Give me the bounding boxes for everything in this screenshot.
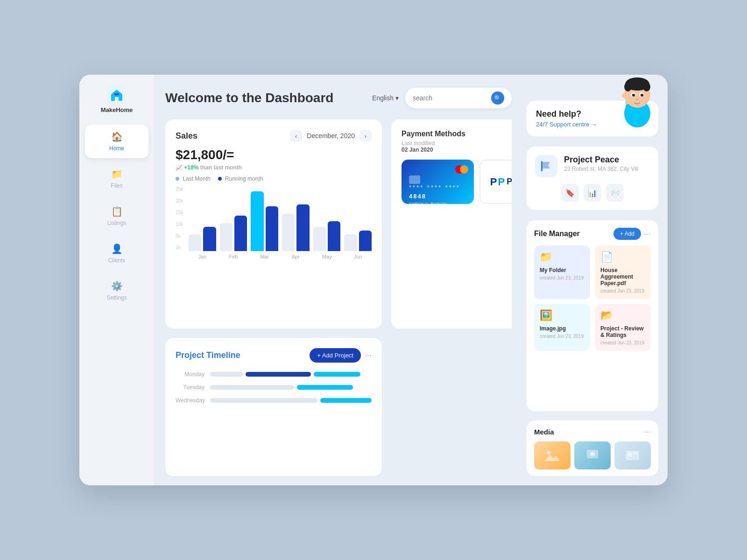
settings-icon: ⚙️ xyxy=(111,280,123,292)
tl-bars-monday xyxy=(210,372,372,377)
folder-icon: 📁 xyxy=(540,251,585,263)
fm-item-date: created Jun 23, 2019 xyxy=(600,340,645,345)
sidebar-item-settings[interactable]: ⚙️ Settings xyxy=(85,274,148,308)
bar-apr-last xyxy=(282,214,295,251)
sidebar-item-home[interactable]: 🏠 Home xyxy=(85,125,148,158)
fm-item-date: created Jun 23, 2019 xyxy=(540,334,585,339)
change-percent: +18% xyxy=(184,164,198,171)
label-mar: Mar xyxy=(251,254,278,259)
media-section: Media ··· xyxy=(527,420,658,476)
svg-point-11 xyxy=(636,98,639,100)
bar-chart: Jan Feb Mar Apr May Jun xyxy=(189,186,372,259)
tl-bars-wednesday xyxy=(210,398,372,403)
label-jan: Jan xyxy=(189,254,216,259)
timeline-row-tuesday: Tuesday xyxy=(176,384,372,391)
bar-group-feb xyxy=(220,216,247,251)
next-month-button[interactable]: › xyxy=(359,130,372,142)
payment-methods-row: **** **** **** 4848 SHEKH AL RAIHAN P P … xyxy=(402,160,512,204)
day-label-tuesday: Tuesday xyxy=(176,384,204,391)
sidebar-item-label: Files xyxy=(111,182,122,189)
current-date: December, 2020 xyxy=(307,132,355,140)
card-name: SHEKH AL RAIHAN xyxy=(409,202,466,206)
project-bookmark-button[interactable]: 🔖 xyxy=(561,184,579,202)
home-icon: 🏠 xyxy=(111,131,123,142)
paypal-card[interactable]: P P PayPal xyxy=(479,160,512,204)
timeline-header: Project Timeline + Add Project ··· xyxy=(176,348,372,363)
page-title: Welcome to the Dashboard xyxy=(165,91,372,105)
label-apr: Apr xyxy=(282,254,310,259)
payment-title: Payment Methods xyxy=(402,130,512,138)
bar-mar-last xyxy=(251,191,263,251)
prev-month-button[interactable]: ‹ xyxy=(290,130,302,142)
card-dots: **** **** **** xyxy=(409,184,466,191)
logo-text: MakeHome xyxy=(101,106,133,113)
svg-point-6 xyxy=(622,93,627,98)
bar-jun-last xyxy=(344,234,357,251)
payment-modified: Last modified 02 Jan 2020 xyxy=(402,140,512,153)
help-section: Need help? 24/7 Support centre → xyxy=(527,88,658,142)
credit-card[interactable]: **** **** **** 4848 SHEKH AL RAIHAN xyxy=(402,160,474,204)
timeline-title: Project Timeline xyxy=(176,350,240,360)
card-chip xyxy=(409,175,466,184)
bar-wednesday-gray xyxy=(210,398,317,403)
media-thumb-2[interactable] xyxy=(574,441,611,469)
fm-add-button[interactable]: + Add xyxy=(613,228,641,240)
project-share-button[interactable]: 📨 xyxy=(606,184,624,202)
bar-group-jan xyxy=(189,227,216,251)
search-input[interactable] xyxy=(413,94,487,102)
fm-item-folder[interactable]: 📁 My Folder created Jun 23, 2019 xyxy=(534,245,590,299)
bar-group-may xyxy=(313,221,341,251)
fm-item-review[interactable]: 📂 Project - Review & Ratings created Jun… xyxy=(595,304,651,351)
main-content: Welcome to the Dashboard English ▾ 🔍 Sal… xyxy=(154,75,523,485)
media-more-button[interactable]: ··· xyxy=(644,427,651,437)
card-number: 4848 xyxy=(409,193,466,200)
label-may: May xyxy=(313,254,341,259)
sidebar-item-clients[interactable]: 👤 Clients xyxy=(85,237,148,270)
timeline-more-button[interactable]: ··· xyxy=(365,350,372,360)
timeline-row-monday: Monday xyxy=(176,371,372,378)
image-icon: 🖼️ xyxy=(540,309,585,322)
project-peace-card: Project Peace 23 Robert st. MA 382. City… xyxy=(527,147,658,210)
bar-wednesday-cyan xyxy=(320,398,372,403)
sidebar-item-label: Listings xyxy=(107,220,127,226)
search-box: 🔍 xyxy=(405,88,512,108)
review-icon: 📂 xyxy=(600,309,645,322)
sales-change: 📈 +18% than last month xyxy=(176,164,372,171)
chart-labels: Jan Feb Mar Apr May Jun xyxy=(189,254,372,259)
project-actions: 🔖 📊 📨 xyxy=(535,184,650,202)
fm-item-image[interactable]: 🖼️ Image.jpg created Jun 23, 2019 xyxy=(534,304,590,351)
sidebar-item-files[interactable]: 📁 Files xyxy=(85,162,148,196)
add-project-button[interactable]: + Add Project xyxy=(310,348,361,363)
project-card-inner: Project Peace 23 Robert st. MA 382. City… xyxy=(535,155,650,177)
fm-item-name: Project - Review & Ratings xyxy=(600,325,645,338)
timeline-rows: Monday Tuesday xyxy=(176,371,372,404)
help-link[interactable]: 24/7 Support centre → xyxy=(536,121,649,128)
help-title: Need help? xyxy=(536,109,649,119)
pdf-icon: 📄 xyxy=(600,251,645,263)
media-thumb-3[interactable] xyxy=(614,441,651,469)
legend-dot-running xyxy=(218,177,222,181)
file-manager: File Manager + Add ··· 📁 My Folder creat… xyxy=(527,220,658,411)
payment-date: 02 Jan 2020 xyxy=(402,147,433,153)
media-thumb-1[interactable] xyxy=(534,441,571,469)
svg-point-4 xyxy=(624,82,632,91)
project-icon-box xyxy=(535,155,557,177)
files-icon: 📁 xyxy=(111,168,123,180)
fm-more-button[interactable]: ··· xyxy=(644,229,651,239)
sidebar-item-listings[interactable]: 📋 Listings xyxy=(85,199,148,233)
language-selector[interactable]: English ▾ xyxy=(372,94,399,102)
paypal-text: PayPal xyxy=(507,177,512,187)
paypal-p2: P xyxy=(498,176,505,188)
language-label: English xyxy=(372,94,394,102)
search-button[interactable]: 🔍 xyxy=(491,91,504,105)
nav-items: 🏠 Home 📁 Files 📋 Listings 👤 Clients ⚙️ S… xyxy=(79,125,154,308)
svg-point-8 xyxy=(639,92,644,97)
bar-group-mar xyxy=(251,191,278,251)
bar-group-jun xyxy=(344,231,372,251)
bar-apr-run xyxy=(296,204,309,251)
project-chart-button[interactable]: 📊 xyxy=(584,184,601,202)
listings-icon: 📋 xyxy=(111,206,123,217)
svg-point-19 xyxy=(590,452,595,456)
bar-monday-gray xyxy=(210,372,243,377)
fm-item-pdf[interactable]: 📄 House Aggreement Paper.pdf created Jun… xyxy=(595,245,651,299)
